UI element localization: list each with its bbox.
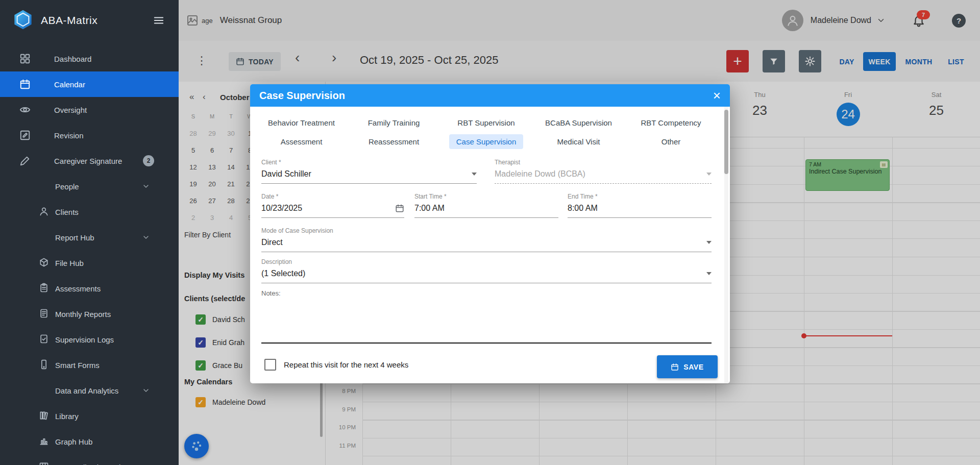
app-title: ABA-Matrix [41,14,97,27]
case-supervision-modal: Case Supervision × Behavior Treatment Fa… [250,84,730,383]
log-check-icon [39,334,50,345]
save-button[interactable]: SAVE [657,355,718,378]
sidebar-item-oversight[interactable]: Oversight [0,97,179,123]
app-logo-icon [12,9,34,32]
close-icon[interactable]: × [713,89,721,102]
tab-behavior-treatment[interactable]: Behavior Treatment [255,114,348,131]
description-select[interactable]: Description (1 Selected) [261,258,712,283]
sidebar-item-supervision-logs[interactable]: Supervision Logs [0,327,179,352]
signature-pen-icon [19,155,31,166]
smartphone-icon [39,359,50,371]
notes-textarea[interactable] [261,299,712,344]
chevron-down-icon [142,233,150,241]
therapist-select: Therapist Madeleine Dowd (BCBA) [495,159,712,184]
sidebar-item-calendar[interactable]: Calendar [0,71,179,97]
repeat-visit-row[interactable]: Repeat this visit for the next 4 weeks [264,359,408,371]
dashboard-icon [19,53,31,64]
tab-other[interactable]: Other [625,133,717,150]
visit-type-tabs: Behavior Treatment Family Training RBT S… [255,114,717,150]
clipboard-icon [39,283,50,294]
sidebar-section-data-and-analytics[interactable]: Data and Analytics [0,378,179,403]
dropdown-caret-icon [472,173,477,176]
tab-assessment[interactable]: Assessment [255,133,348,150]
eye-icon [19,104,31,115]
bar-chart-icon [39,436,50,447]
tab-reassessment[interactable]: Reassessment [348,133,440,150]
cube-icon [39,257,50,268]
modal-scrollbar-thumb[interactable] [724,110,728,174]
modal-header: Case Supervision × [250,84,730,107]
sidebar-item-caregiver-signature[interactable]: Caregiver Signature 2 [0,148,179,174]
mode-select[interactable]: Mode of Case Supervision Direct [261,227,712,252]
dropdown-caret-icon [706,173,712,176]
sidebar-item-library[interactable]: Library [0,403,179,429]
end-time-input[interactable]: End Time * 8:00 AM [568,193,712,218]
sidebar-section-people[interactable]: People [0,174,179,199]
tab-medical-visit[interactable]: Medical Visit [532,133,625,150]
start-time-input[interactable]: Start Time * 7:00 AM [414,193,558,218]
tab-rbt-competency[interactable]: RBT Competency [625,114,717,131]
revision-icon [19,130,31,141]
sidebar-item-dashboard[interactable]: Dashboard [0,46,179,71]
tab-rbt-supervision[interactable]: RBT Supervision [440,114,532,131]
tab-case-supervision[interactable]: Case Supervision [440,133,532,150]
chevron-down-icon [142,182,150,190]
sidebar-item-data-collection-hub[interactable]: Data Collection Hub [0,454,179,465]
calendar-icon [671,363,679,371]
date-input[interactable]: Date * 10/23/2025 [261,193,404,218]
dropdown-caret-icon [706,241,712,244]
person-icon [39,206,50,217]
sidebar-item-assessments[interactable]: Assessments [0,276,179,301]
sidebar-section-report-hub[interactable]: Report Hub [0,225,179,250]
hamburger-menu-icon[interactable] [153,15,164,26]
sidebar-item-monthly-reports[interactable]: Monthly Reports [0,301,179,327]
books-icon [39,410,50,422]
calendar-icon [395,204,404,213]
notes-label: Notes: [261,289,281,297]
tab-family-training[interactable]: Family Training [348,114,440,131]
checkbox-unchecked-icon[interactable] [264,359,276,371]
sidebar-item-graph-hub[interactable]: Graph Hub [0,429,179,454]
dropdown-caret-icon [706,272,712,275]
sidebar-item-revision[interactable]: Revision [0,123,179,148]
report-icon [39,308,50,320]
sidebar: ABA-Matrix Dashboard Calendar Oversight … [0,0,179,465]
sidebar-item-smart-forms[interactable]: Smart Forms [0,352,179,378]
table-icon [39,461,50,465]
client-select[interactable]: Client * David Schiller [261,159,477,184]
sidebar-item-clients[interactable]: Clients [0,199,179,225]
tab-bcaba-supervision[interactable]: BCaBA Supervision [532,114,625,131]
signature-count-badge: 2 [143,155,154,166]
calendar-icon [19,79,31,90]
modal-title: Case Supervision [259,90,345,102]
chevron-down-icon [142,386,150,395]
sidebar-item-file-hub[interactable]: File Hub [0,250,179,276]
